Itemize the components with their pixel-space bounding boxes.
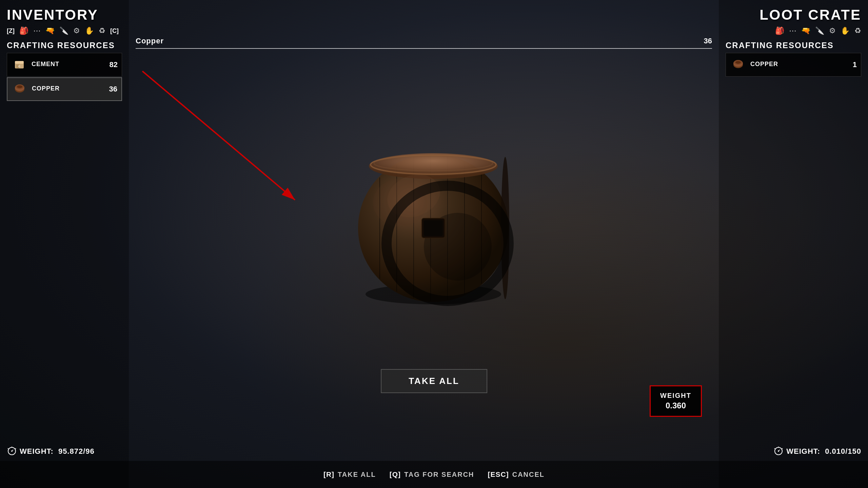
inventory-item-list: C Cement 82 Copper 36	[7, 53, 122, 101]
svg-point-30	[17, 85, 22, 88]
hotkey-r-key: [R]	[323, 470, 334, 479]
cement-count: 82	[110, 60, 118, 69]
copper-count-inventory: 36	[109, 85, 117, 94]
crafting-resources-title-right: CRAFTING RESOURCES	[726, 41, 861, 50]
svg-line-43	[774, 448, 775, 449]
loot-weight-label: WEIGHT:	[786, 447, 820, 456]
loot-crate-panel: LOOT CRATE 🎒 ⋯ 🔫 🔪 ⚙ ✋ ♻ CRAFTING RESOUR…	[719, 0, 868, 488]
item-bar-row: Copper 36	[136, 34, 712, 49]
recycle-icon: ♻	[99, 26, 105, 35]
svg-rect-18	[424, 220, 443, 236]
item-copper-inventory[interactable]: Copper 36	[7, 77, 122, 101]
loot-gear-icon: ⚙	[829, 26, 836, 35]
copper-info-loot: Copper	[750, 61, 849, 69]
loot-crate-toolbar: 🎒 ⋯ 🔫 🔪 ⚙ ✋ ♻	[726, 26, 861, 35]
loot-recycle-icon: ♻	[854, 26, 861, 35]
cement-info: Cement	[32, 61, 105, 69]
weight-tooltip: WEIGHT 0.360	[650, 385, 702, 417]
loot-crate-title: LOOT CRATE	[726, 7, 861, 23]
svg-line-44	[782, 448, 783, 449]
selected-item-name: Copper	[136, 37, 704, 45]
weight-tooltip-label: WEIGHT	[660, 392, 691, 400]
inventory-panel: INVENTORY [Z] 🎒 ⋯ 🔫 🔪 ⚙ ✋ ♻ [C] CRAFTING…	[0, 0, 129, 488]
cement-name: Cement	[32, 61, 105, 68]
handcuffs-icon: ✋	[85, 26, 94, 35]
inventory-toolbar: [Z] 🎒 ⋯ 🔫 🔪 ⚙ ✋ ♻ [C]	[7, 26, 122, 35]
selected-item-bar: Copper 36	[129, 34, 719, 49]
copper-count-loot: 1	[853, 60, 857, 69]
hotkey-take-all: [R] TAKE ALL	[323, 470, 376, 479]
hotkey-q-key: [Q]	[390, 470, 401, 479]
loot-weight-value: 0.010/150	[825, 447, 861, 456]
crafting-resources-title-left: CRAFTING RESOURCES	[7, 41, 122, 50]
loot-knife-icon: 🔪	[815, 26, 824, 35]
hotkey-bar: [R] TAKE ALL [Q] TAG FOR SEARCH [ESC] CA…	[0, 461, 868, 488]
hotkey-tag-search: [Q] TAG FOR SEARCH	[390, 470, 474, 479]
loot-pistol-icon: 🔫	[801, 26, 810, 35]
selected-item-count: 36	[704, 37, 712, 45]
pistol-icon: 🔫	[45, 26, 55, 35]
inventory-title: INVENTORY	[7, 7, 122, 23]
loot-item-list: Copper 1	[726, 53, 861, 77]
svg-point-13	[369, 153, 498, 179]
key-z: [Z]	[7, 27, 15, 35]
hotkey-r-action: TAKE ALL	[338, 471, 376, 479]
backpack-icon: 🎒	[19, 26, 28, 35]
hotkey-esc-action: CANCEL	[512, 471, 545, 479]
cement-icon: C	[11, 57, 27, 73]
item-cement[interactable]: C Cement 82	[7, 53, 122, 77]
svg-line-33	[8, 448, 8, 449]
loot-weight-display: WEIGHT: 0.010/150	[773, 445, 861, 458]
svg-point-36	[11, 450, 13, 452]
svg-rect-24	[15, 61, 24, 64]
take-all-button[interactable]: TAKE ALL	[381, 369, 487, 393]
inventory-weight-value: 95.872/96	[58, 447, 95, 456]
knife-icon: 🔪	[59, 26, 68, 35]
loot-backpack-icon: 🎒	[775, 26, 784, 35]
copper-info-inventory: Copper	[32, 85, 105, 94]
inventory-weight-label: WEIGHT:	[20, 447, 54, 456]
svg-text:C: C	[18, 65, 20, 68]
svg-point-40	[735, 61, 741, 64]
copper-icon-inventory	[12, 81, 28, 97]
inventory-weight-display: WEIGHT: 95.872/96	[7, 445, 95, 458]
svg-point-46	[778, 450, 779, 452]
item-copper-loot[interactable]: Copper 1	[726, 53, 861, 77]
copper-name-loot: Copper	[750, 61, 849, 68]
item-preview	[339, 128, 529, 311]
gear-icon: ⚙	[73, 26, 80, 35]
copper-icon-loot	[730, 57, 746, 73]
weight-tooltip-value: 0.360	[660, 401, 691, 410]
inventory-weight-icon	[7, 445, 17, 458]
key-c: [C]	[110, 27, 119, 35]
hotkey-cancel: [ESC] CANCEL	[488, 470, 545, 479]
loot-handcuffs-icon: ✋	[841, 26, 850, 35]
hotkey-esc-key: [ESC]	[488, 470, 509, 479]
copper-name-inventory: Copper	[32, 85, 105, 92]
rifle-icon: ⋯	[33, 26, 41, 35]
loot-rifle-icon: ⋯	[789, 26, 796, 35]
svg-line-34	[15, 448, 16, 449]
loot-weight-icon	[773, 445, 784, 458]
hotkey-q-action: TAG FOR SEARCH	[404, 471, 474, 479]
